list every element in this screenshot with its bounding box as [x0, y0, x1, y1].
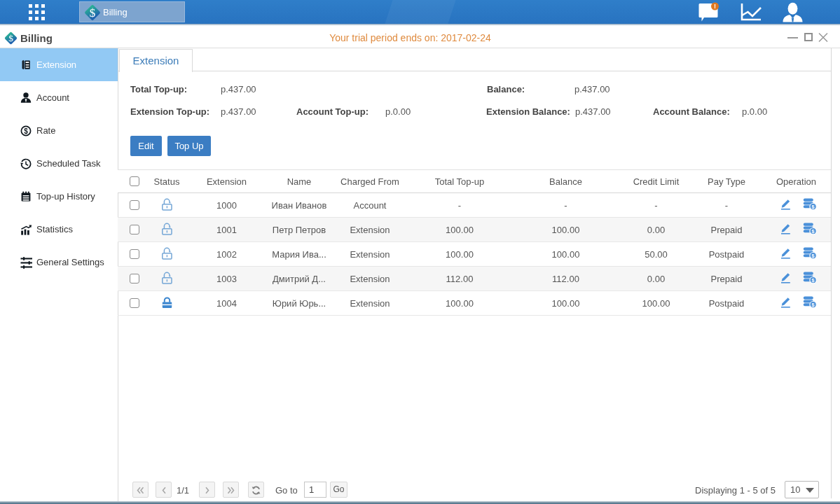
svg-text:$: $ [24, 127, 28, 135]
svg-text:!: ! [714, 3, 716, 10]
svg-text:$: $ [90, 6, 96, 20]
